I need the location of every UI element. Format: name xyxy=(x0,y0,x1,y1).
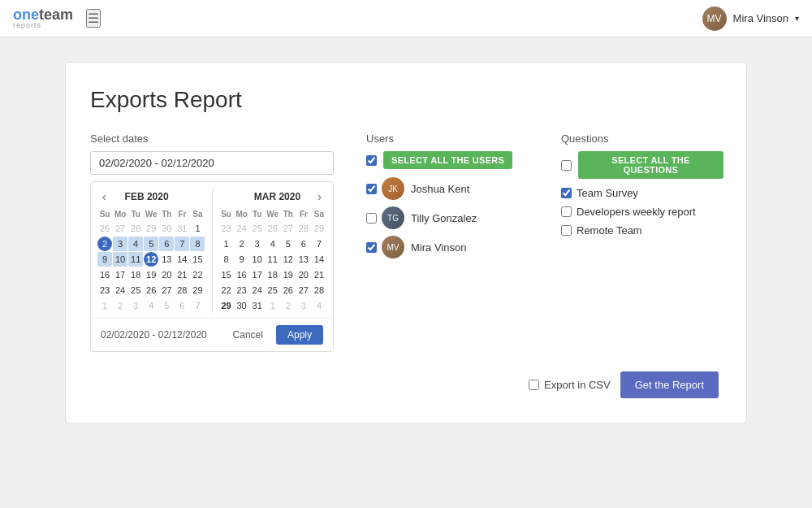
cal-day[interactable]: 3 xyxy=(113,237,127,251)
cal-day[interactable]: 6 xyxy=(175,298,189,313)
cal-day[interactable]: 10 xyxy=(113,252,127,267)
cal-day[interactable]: 7 xyxy=(175,237,189,251)
select-all-users-button[interactable]: SELECT ALL THE USERS xyxy=(383,151,512,169)
cal-day[interactable]: 29 xyxy=(219,298,234,313)
export-csv-checkbox[interactable] xyxy=(529,380,539,390)
cal-day[interactable]: 11 xyxy=(128,252,143,267)
cancel-button[interactable]: Cancel xyxy=(227,326,270,344)
cal-day[interactable]: 16 xyxy=(235,267,249,282)
cal-day[interactable]: 4 xyxy=(128,237,143,251)
cal-day[interactable]: 27 xyxy=(113,221,127,236)
date-input[interactable] xyxy=(90,151,334,175)
cal-day[interactable]: 13 xyxy=(159,252,174,267)
cal-day[interactable]: 14 xyxy=(312,252,326,267)
cal-day[interactable]: 17 xyxy=(113,267,127,282)
cal-day[interactable]: 25 xyxy=(266,283,280,297)
cal-day[interactable]: 31 xyxy=(250,298,265,313)
cal-day[interactable]: 30 xyxy=(159,221,174,236)
cal-day[interactable]: 18 xyxy=(128,267,143,282)
cal-day[interactable]: 2 xyxy=(113,298,127,313)
cal-day[interactable]: 17 xyxy=(250,267,265,282)
cal-day[interactable]: 6 xyxy=(159,237,174,251)
cal-day[interactable]: 11 xyxy=(266,252,280,267)
cal-day[interactable]: 20 xyxy=(159,267,174,282)
cal-day[interactable]: 2 xyxy=(281,298,296,313)
cal-day[interactable]: 22 xyxy=(219,283,234,297)
select-all-questions-button[interactable]: SELECT ALL THE QUESTIONS xyxy=(578,151,723,179)
cal-day[interactable]: 2 xyxy=(97,237,112,251)
cal-day[interactable]: 23 xyxy=(235,283,249,297)
cal-day[interactable]: 7 xyxy=(190,298,205,313)
select-all-questions-checkbox[interactable] xyxy=(561,160,572,171)
cal-day[interactable]: 20 xyxy=(296,267,311,282)
cal-day[interactable]: 3 xyxy=(250,237,265,251)
cal-day[interactable]: 28 xyxy=(128,221,143,236)
select-all-users-checkbox[interactable] xyxy=(366,155,377,166)
cal-day[interactable]: 1 xyxy=(97,298,112,313)
cal-day[interactable]: 8 xyxy=(219,252,234,267)
cal-day[interactable]: 29 xyxy=(312,221,326,236)
cal-day[interactable]: 19 xyxy=(281,267,296,282)
cal-day[interactable]: 1 xyxy=(190,221,205,236)
cal-day[interactable]: 1 xyxy=(219,237,234,251)
cal-day[interactable]: 5 xyxy=(159,298,174,313)
export-csv-label[interactable]: Export in CSV xyxy=(529,379,611,391)
cal-day[interactable]: 15 xyxy=(219,267,234,282)
cal-day[interactable]: 28 xyxy=(312,283,326,297)
cal-day[interactable]: 28 xyxy=(175,283,189,297)
cal-day[interactable]: 2 xyxy=(235,237,249,251)
cal-day[interactable]: 19 xyxy=(144,267,158,282)
cal-day[interactable]: 23 xyxy=(219,221,234,236)
question-checkbox[interactable] xyxy=(561,206,572,217)
cal-day[interactable]: 18 xyxy=(266,267,280,282)
cal-day[interactable]: 8 xyxy=(190,237,205,251)
cal-day[interactable]: 27 xyxy=(296,283,311,297)
cal-next-button[interactable]: › xyxy=(313,189,326,205)
cal-day[interactable]: 5 xyxy=(281,237,296,251)
cal-day[interactable]: 5 xyxy=(144,237,158,251)
cal-day[interactable]: 28 xyxy=(296,221,311,236)
cal-day[interactable]: 24 xyxy=(250,283,265,297)
user-checkbox[interactable] xyxy=(366,213,377,224)
cal-day[interactable]: 12 xyxy=(144,252,158,267)
cal-day[interactable]: 9 xyxy=(97,252,112,267)
cal-day[interactable]: 30 xyxy=(235,298,249,313)
cal-day[interactable]: 9 xyxy=(235,252,249,267)
cal-day[interactable]: 4 xyxy=(312,298,326,313)
cal-day[interactable]: 24 xyxy=(113,283,127,297)
cal-day[interactable]: 26 xyxy=(281,283,296,297)
cal-day[interactable]: 29 xyxy=(190,283,205,297)
cal-day[interactable]: 26 xyxy=(266,221,280,236)
cal-day[interactable]: 25 xyxy=(250,221,265,236)
cal-day[interactable]: 4 xyxy=(144,298,158,313)
cal-day[interactable]: 3 xyxy=(128,298,143,313)
cal-day[interactable]: 25 xyxy=(128,283,143,297)
user-checkbox[interactable] xyxy=(366,242,377,253)
cal-day[interactable]: 3 xyxy=(296,298,311,313)
user-dropdown-icon[interactable]: ▾ xyxy=(795,14,799,23)
question-checkbox[interactable] xyxy=(561,188,572,198)
cal-day[interactable]: 27 xyxy=(159,283,174,297)
cal-day[interactable]: 4 xyxy=(266,237,280,251)
user-checkbox[interactable] xyxy=(366,184,377,194)
cal-day[interactable]: 10 xyxy=(250,252,265,267)
cal-day[interactable]: 26 xyxy=(144,283,158,297)
cal-day[interactable]: 24 xyxy=(235,221,249,236)
cal-day[interactable]: 21 xyxy=(312,267,326,282)
cal-day[interactable]: 7 xyxy=(312,237,326,251)
cal-day[interactable]: 31 xyxy=(175,221,189,236)
cal-day[interactable]: 13 xyxy=(296,252,311,267)
cal-day[interactable]: 29 xyxy=(144,221,158,236)
cal-day[interactable]: 14 xyxy=(175,252,189,267)
cal-day[interactable]: 23 xyxy=(97,283,112,297)
get-report-button[interactable]: Get the Report xyxy=(620,371,719,398)
cal-day[interactable]: 21 xyxy=(175,267,189,282)
cal-day[interactable]: 22 xyxy=(190,267,205,282)
cal-day[interactable]: 6 xyxy=(296,237,311,251)
apply-button[interactable]: Apply xyxy=(276,325,323,345)
cal-day[interactable]: 27 xyxy=(281,221,296,236)
question-checkbox[interactable] xyxy=(561,225,572,236)
hamburger-menu[interactable]: ☰ xyxy=(86,9,101,28)
cal-prev-button[interactable]: ‹ xyxy=(97,189,111,205)
cal-day[interactable]: 12 xyxy=(281,252,296,267)
